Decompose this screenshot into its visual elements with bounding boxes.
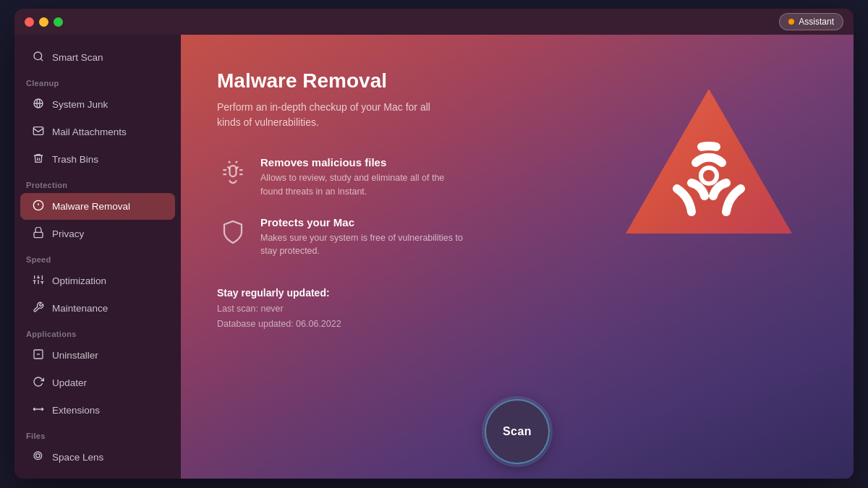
optimization-label: Optimization xyxy=(52,275,106,286)
system-junk-label: System Junk xyxy=(52,99,108,110)
updater-label: Updater xyxy=(52,377,87,388)
extensions-icon xyxy=(32,403,45,417)
uninstaller-label: Uninstaller xyxy=(52,350,98,361)
smart-scan-label: Smart Scan xyxy=(52,52,103,63)
assistant-label: Assistant xyxy=(799,17,834,27)
updater-icon xyxy=(32,376,45,390)
maintenance-label: Maintenance xyxy=(52,303,108,314)
shield-icon-wrap xyxy=(217,216,249,248)
sidebar-item-system-junk[interactable]: System Junk xyxy=(20,91,175,118)
page-subtitle: Perform an in-depth checkup of your Mac … xyxy=(217,100,448,130)
extensions-label: Extensions xyxy=(52,405,100,416)
sidebar-section-files: Files xyxy=(14,424,181,443)
svg-line-1 xyxy=(41,59,43,61)
system-junk-icon xyxy=(32,98,45,111)
feature-item-malicious: Removes malicious files Allows to review… xyxy=(217,156,817,199)
space-lens-label: Space Lens xyxy=(52,452,103,463)
sidebar-item-extensions[interactable]: Extensions xyxy=(20,397,175,424)
uninstaller-icon xyxy=(32,348,45,362)
privacy-label: Privacy xyxy=(52,228,84,239)
traffic-lights xyxy=(25,17,63,27)
malware-icon xyxy=(32,200,45,213)
sidebar-item-maintenance[interactable]: Maintenance xyxy=(20,295,175,322)
minimize-button[interactable] xyxy=(39,17,48,27)
sidebar-section-applications: Applications xyxy=(14,322,181,341)
sidebar-item-trash-bins[interactable]: Trash Bins xyxy=(20,146,175,173)
main-content: Smart Scan Cleanup System Junk Mail Atta… xyxy=(14,35,854,479)
feature-desc-protect: Makes sure your system is free of vulner… xyxy=(260,231,463,259)
sidebar-item-updater[interactable]: Updater xyxy=(20,369,175,396)
sidebar-item-malware-removal[interactable]: Malware Removal xyxy=(20,193,175,220)
feature-text-malicious: Removes malicious files Allows to review… xyxy=(260,156,463,199)
feature-item-protect: Protects your Mac Makes sure your system… xyxy=(217,216,817,259)
update-title: Stay regularly updated: xyxy=(217,287,817,299)
update-section: Stay regularly updated: Last scan: never… xyxy=(217,287,817,333)
app-window: Assistant Smart Scan Cleanup System Junk xyxy=(14,9,854,479)
trash-bins-label: Trash Bins xyxy=(52,154,98,165)
mail-icon xyxy=(32,125,45,139)
feature-text-protect: Protects your Mac Makes sure your system… xyxy=(260,216,463,259)
optimization-icon xyxy=(32,274,45,288)
sidebar: Smart Scan Cleanup System Junk Mail Atta… xyxy=(14,35,181,479)
feature-title-malicious: Removes malicious files xyxy=(260,156,463,168)
close-button[interactable] xyxy=(25,17,34,27)
assistant-button[interactable]: Assistant xyxy=(779,13,843,30)
title-bar: Assistant xyxy=(14,9,854,35)
smart-scan-icon xyxy=(32,51,45,64)
sidebar-item-optimization[interactable]: Optimization xyxy=(20,267,175,294)
sidebar-section-protection: Protection xyxy=(14,174,181,192)
svg-point-0 xyxy=(34,52,42,60)
svg-rect-2 xyxy=(33,127,43,135)
sidebar-item-large-old-files[interactable]: Large & Old Files xyxy=(20,471,175,479)
mail-attachments-label: Mail Attachments xyxy=(52,127,127,137)
maximize-button[interactable] xyxy=(54,17,63,27)
sidebar-item-privacy[interactable]: Privacy xyxy=(20,221,175,247)
feature-desc-malicious: Allows to review, study and eliminate al… xyxy=(260,171,463,199)
trash-icon xyxy=(32,153,45,166)
scan-button[interactable]: Scan xyxy=(485,399,550,464)
page-title: Malware Removal xyxy=(217,69,817,93)
feature-list: Removes malicious files Allows to review… xyxy=(217,156,817,258)
bug-icon xyxy=(220,159,246,185)
sidebar-item-smart-scan[interactable]: Smart Scan xyxy=(20,44,175,71)
assistant-dot-icon xyxy=(788,19,794,25)
maintenance-icon xyxy=(32,301,45,315)
sidebar-section-cleanup: Cleanup xyxy=(14,72,181,90)
content-inner: Malware Removal Perform an in-depth chec… xyxy=(217,69,817,333)
space-lens-icon xyxy=(32,450,45,464)
shield-icon xyxy=(220,219,246,245)
last-scan-info: Last scan: never Database updated: 06.06… xyxy=(217,301,817,333)
database-label: Database updated: 06.06.2022 xyxy=(217,317,817,332)
bug-icon-wrap xyxy=(217,156,249,188)
svg-point-18 xyxy=(36,454,40,458)
svg-rect-4 xyxy=(34,232,43,237)
sidebar-section-speed: Speed xyxy=(14,248,181,267)
content-area: Malware Removal Perform an in-depth chec… xyxy=(181,35,854,479)
sidebar-item-mail-attachments[interactable]: Mail Attachments xyxy=(20,119,175,145)
sidebar-item-space-lens[interactable]: Space Lens xyxy=(20,444,175,471)
feature-title-protect: Protects your Mac xyxy=(260,216,463,228)
malware-removal-label: Malware Removal xyxy=(52,201,130,212)
scan-button-wrapper: Scan xyxy=(485,399,550,464)
last-scan-label: Last scan: never xyxy=(217,301,817,317)
sidebar-item-uninstaller[interactable]: Uninstaller xyxy=(20,342,175,369)
large-files-icon xyxy=(32,478,45,479)
svg-point-17 xyxy=(34,452,42,460)
privacy-icon xyxy=(32,227,45,241)
